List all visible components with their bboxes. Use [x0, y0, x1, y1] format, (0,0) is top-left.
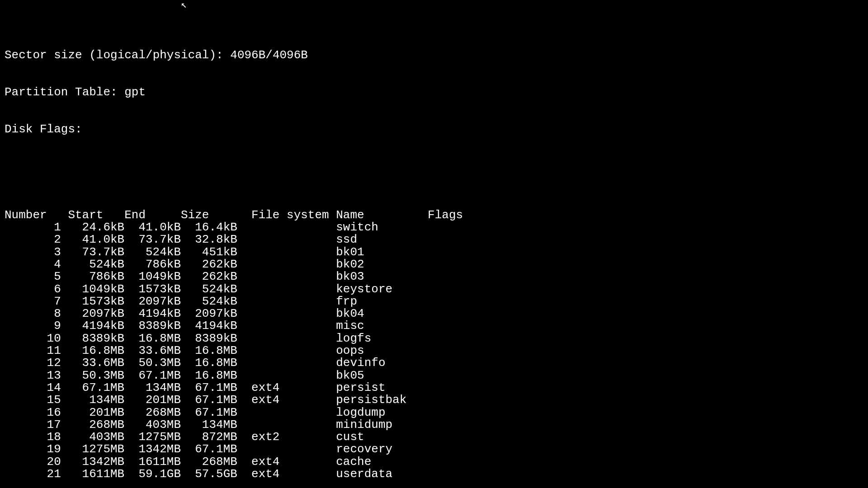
cell-start: 67.1MB	[68, 382, 124, 394]
cell-name: oops	[336, 345, 428, 357]
cell-name: devinfo	[336, 357, 428, 369]
cell-flags	[428, 370, 463, 382]
cell-size: 16.8MB	[181, 345, 237, 357]
table-row: 5786kB1049kB262kBbk03	[5, 271, 463, 283]
cell-name: minidump	[336, 419, 428, 431]
cell-filesystem	[237, 258, 336, 271]
cell-start: 1573kB	[68, 296, 124, 308]
cell-end: 403MB	[124, 419, 181, 431]
cell-end: 1275MB	[124, 431, 181, 443]
cell-end: 268MB	[124, 407, 181, 419]
cell-filesystem	[237, 296, 336, 308]
table-row: 16201MB268MB67.1MBlogdump	[5, 407, 463, 419]
cell-size: 16.8MB	[181, 357, 237, 369]
cell-number: 15	[5, 394, 68, 406]
cell-flags	[428, 333, 463, 345]
cell-number: 10	[5, 333, 68, 345]
cell-end: 73.7kB	[124, 234, 181, 246]
cell-number: 2	[5, 234, 68, 246]
cell-flags	[428, 431, 463, 443]
cell-name: logdump	[336, 407, 428, 419]
cell-start: 16.8MB	[68, 345, 124, 357]
table-row: 1350.3MB67.1MB16.8MBbk05	[5, 370, 463, 382]
cell-start: 1049kB	[68, 283, 124, 296]
col-header-end: End	[124, 209, 181, 221]
col-header-size: Size	[181, 209, 237, 221]
partition-table-line: Partition Table: gpt	[5, 86, 863, 99]
table-row: 1116.8MB33.6MB16.8MBoops	[5, 345, 463, 357]
cell-end: 201MB	[124, 394, 181, 406]
cell-filesystem	[237, 221, 336, 234]
terminal-output[interactable]: Sector size (logical/physical): 4096B/40…	[0, 0, 868, 488]
cell-name: bk03	[336, 271, 428, 283]
cell-name: frp	[336, 296, 428, 308]
cell-size: 67.1MB	[181, 443, 237, 455]
cell-start: 403MB	[68, 431, 124, 443]
cell-number: 12	[5, 357, 68, 369]
cell-filesystem	[237, 407, 336, 419]
cell-flags	[428, 407, 463, 419]
table-row: 82097kB4194kB2097kBbk04	[5, 308, 463, 320]
col-header-flags: Flags	[428, 209, 463, 221]
cell-start: 1611MB	[68, 468, 124, 480]
cell-filesystem: ext2	[237, 431, 336, 443]
cell-name: bk01	[336, 246, 428, 258]
col-header-start: Start	[68, 209, 124, 221]
cell-filesystem	[237, 246, 336, 258]
cell-flags	[428, 283, 463, 296]
partition-table: Number Start End Size File system Name F…	[5, 209, 463, 481]
cell-size: 67.1MB	[181, 394, 237, 406]
col-header-name: Name	[336, 209, 428, 221]
cell-number: 4	[5, 258, 68, 271]
cell-number: 19	[5, 443, 68, 455]
cell-name: misc	[336, 320, 428, 332]
table-row: 94194kB8389kB4194kBmisc	[5, 320, 463, 332]
cell-size: 524kB	[181, 296, 237, 308]
table-row: 61049kB1573kB524kBkeystore	[5, 283, 463, 296]
cell-name: keystore	[336, 283, 428, 296]
cell-number: 14	[5, 382, 68, 394]
cell-name: persistbak	[336, 394, 428, 406]
cell-filesystem	[237, 370, 336, 382]
cell-size: 57.5GB	[181, 468, 237, 480]
table-row: 191275MB1342MB67.1MBrecovery	[5, 443, 463, 455]
cell-start: 33.6MB	[68, 357, 124, 369]
cell-end: 1342MB	[124, 443, 181, 455]
cell-start: 41.0kB	[68, 234, 124, 246]
cell-number: 3	[5, 246, 68, 258]
cell-size: 16.4kB	[181, 221, 237, 234]
cell-start: 201MB	[68, 407, 124, 419]
cell-end: 524kB	[124, 246, 181, 258]
cell-flags	[428, 271, 463, 283]
cell-size: 134MB	[181, 419, 237, 431]
cell-name: userdata	[336, 468, 428, 480]
cell-number: 17	[5, 419, 68, 431]
cell-start: 786kB	[68, 271, 124, 283]
cell-filesystem: ext4	[237, 456, 336, 468]
cell-start: 1275MB	[68, 443, 124, 455]
cell-size: 2097kB	[181, 308, 237, 320]
cell-flags	[428, 468, 463, 480]
table-row: 1467.1MB134MB67.1MBext4persist	[5, 382, 463, 394]
table-row: 201342MB1611MB268MBext4cache	[5, 456, 463, 468]
cell-filesystem	[237, 283, 336, 296]
cell-number: 5	[5, 271, 68, 283]
table-row: 4524kB786kB262kBbk02	[5, 258, 463, 271]
cell-flags	[428, 308, 463, 320]
cell-end: 2097kB	[124, 296, 181, 308]
cell-filesystem	[237, 443, 336, 455]
cell-end: 16.8MB	[124, 333, 181, 345]
cell-filesystem	[237, 234, 336, 246]
cell-end: 1573kB	[124, 283, 181, 296]
cell-filesystem	[237, 419, 336, 431]
cell-size: 872MB	[181, 431, 237, 443]
cell-flags	[428, 258, 463, 271]
cell-number: 9	[5, 320, 68, 332]
cell-start: 4194kB	[68, 320, 124, 332]
cell-flags	[428, 443, 463, 455]
cell-size: 67.1MB	[181, 382, 237, 394]
cell-number: 8	[5, 308, 68, 320]
cell-end: 786kB	[124, 258, 181, 271]
cell-size: 4194kB	[181, 320, 237, 332]
table-row: 108389kB16.8MB8389kBlogfs	[5, 333, 463, 345]
